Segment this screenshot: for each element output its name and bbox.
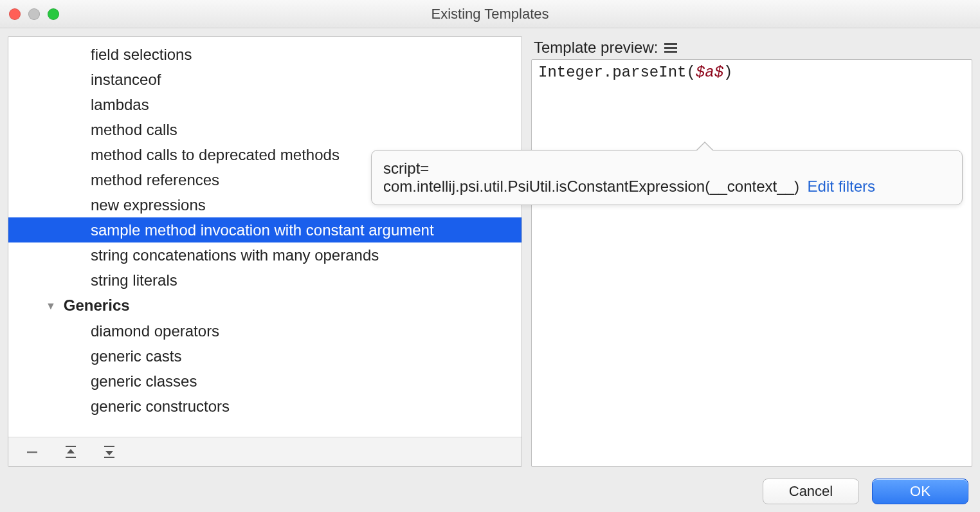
preview-header: Template preview: [531, 36, 972, 59]
svg-marker-2 [67, 449, 75, 453]
tree-item-label: string literals [91, 271, 177, 289]
tooltip-script-text: com.intellij.psi.util.PsiUtil.isConstant… [383, 178, 799, 195]
tree-item-label: lambdas [91, 96, 149, 114]
tree-item-label: diamond operators [91, 322, 219, 340]
zoom-window-icon[interactable] [48, 8, 59, 20]
tree-item-label: instanceof [91, 71, 161, 89]
svg-marker-5 [105, 451, 113, 455]
tree-item-label: generic classes [91, 372, 197, 390]
tree-item[interactable]: string concatenations with many operands [8, 242, 522, 268]
remove-icon[interactable] [23, 443, 42, 462]
collapse-all-icon[interactable] [100, 443, 119, 462]
minimize-window-icon[interactable] [28, 8, 40, 20]
tree-item-label: new expressions [91, 196, 206, 214]
tree-item-label: method references [91, 171, 219, 189]
tree-item-label: method calls [91, 121, 177, 139]
preview-pane: Template preview: Integer.parseInt($a$) … [531, 36, 972, 467]
tooltip-line-2: com.intellij.psi.util.PsiUtil.isConstant… [383, 178, 950, 196]
templates-tree[interactable]: field selections instanceof lambdas meth… [8, 37, 522, 437]
tree-item-label: field selections [91, 46, 192, 64]
title-bar: Existing Templates [0, 0, 980, 28]
tooltip-line-1: script= [383, 160, 950, 178]
window-controls [9, 8, 59, 20]
cancel-button[interactable]: Cancel [763, 479, 859, 504]
preview-body: Integer.parseInt($a$) script= com.intell… [531, 59, 972, 467]
tree-item-label: string concatenations with many operands [91, 246, 379, 264]
edit-filters-link[interactable]: Edit filters [808, 178, 875, 195]
tree-item-label: method calls to deprecated methods [91, 146, 340, 164]
code-prefix: Integer.parseInt( [538, 64, 696, 81]
preview-header-label: Template preview: [534, 39, 658, 57]
tree-toolbar [8, 437, 522, 466]
tree-item[interactable]: instanceof [8, 67, 522, 92]
disclosure-triangle-icon[interactable]: ▼ [46, 300, 56, 312]
dialog-footer: Cancel OK [763, 479, 968, 504]
close-window-icon[interactable] [9, 8, 21, 20]
filter-tooltip: script= com.intellij.psi.util.PsiUtil.is… [371, 150, 963, 205]
tree-item-label: generic casts [91, 347, 181, 365]
tree-item-label: sample method invocation with constant a… [91, 221, 434, 239]
tree-item[interactable]: lambdas [8, 92, 522, 117]
templates-tree-pane: field selections instanceof lambdas meth… [8, 36, 522, 467]
tree-item[interactable]: generic classes [8, 369, 522, 394]
tree-item[interactable]: diamond operators [8, 318, 522, 343]
template-code: Integer.parseInt($a$) [538, 64, 965, 81]
tree-item[interactable]: string literals [8, 268, 522, 293]
tree-group-generics[interactable]: ▼ Generics [8, 293, 522, 318]
tree-item[interactable]: generic casts [8, 343, 522, 369]
hamburger-icon[interactable] [664, 43, 677, 53]
tree-item[interactable]: field selections [8, 42, 522, 67]
expand-all-icon[interactable] [61, 443, 80, 462]
tree-item-selected[interactable]: sample method invocation with constant a… [8, 217, 522, 242]
window-title: Existing Templates [431, 6, 549, 23]
tree-item[interactable]: generic constructors [8, 394, 522, 419]
code-suffix: ) [723, 64, 732, 81]
tree-item[interactable]: method calls [8, 117, 522, 142]
tree-group-label: Generics [64, 297, 130, 315]
tree-item-label: generic constructors [91, 398, 230, 416]
code-variable: $a$ [696, 64, 723, 81]
ok-button[interactable]: OK [872, 479, 968, 504]
